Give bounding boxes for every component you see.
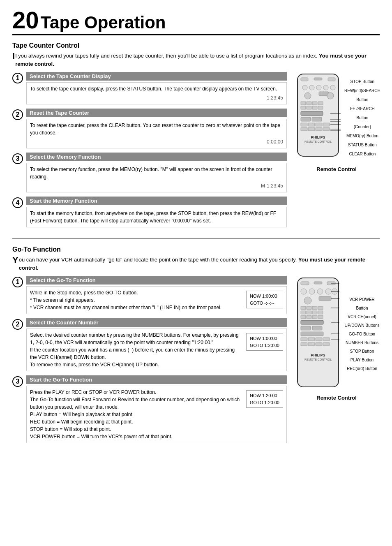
svg-rect-27 (301, 127, 307, 131)
svg-point-6 (316, 85, 321, 90)
page-number: 20 (12, 8, 39, 32)
step-3: 3 Select the Memory Function To select t… (12, 153, 287, 192)
section-divider (12, 238, 380, 238)
step-1-text: To select the tape counter display, pres… (30, 86, 277, 92)
tape-counter-section: Tape Counter Control If you always rewin… (12, 42, 380, 231)
goto-title: Go-To Function (12, 246, 380, 253)
svg-rect-25 (316, 123, 322, 126)
step-1: 1 Select the Tape Counter Display To sel… (12, 72, 287, 104)
svg-rect-57 (318, 311, 323, 314)
step-4-content: Start the Memory Function To start the m… (26, 197, 287, 227)
goto-display-2-line2: GOTO 1:20:00 (250, 342, 279, 349)
svg-text:REMOTE CONTROL: REMOTE CONTROL (304, 140, 332, 143)
remote-annotations-2: VCR POWER Button VCR CH(annel) UP/DOWN B… (344, 295, 380, 373)
goto-display-2-line1: NOW 1:00:00 (250, 335, 279, 342)
svg-rect-17 (307, 106, 311, 109)
svg-rect-42 (314, 282, 322, 284)
svg-rect-23 (301, 123, 307, 126)
svg-rect-26 (323, 123, 330, 126)
svg-rect-71 (308, 342, 315, 346)
svg-rect-53 (318, 306, 323, 310)
svg-point-4 (302, 85, 307, 90)
step-number-1: 1 (12, 73, 23, 83)
page-title: 20 Tape Operation (12, 8, 380, 35)
goto-step-2-body: Select the desired counter number by pre… (26, 329, 287, 371)
svg-rect-67 (308, 338, 315, 341)
svg-rect-30 (323, 127, 330, 131)
page-title-text: Tape Operation (41, 13, 166, 32)
remote-svg-1: PHILIPS REMOTE CONTROL (293, 72, 343, 164)
step-4: 4 Start the Memory Function To start the… (12, 197, 287, 227)
svg-rect-28 (308, 127, 315, 131)
svg-rect-63 (301, 326, 311, 330)
svg-text:REMOTE CONTROL: REMOTE CONTROL (304, 358, 332, 361)
goto-step-1: 1 Select the Go-To Function While in the… (12, 276, 287, 314)
remote-svg-2: PHILIPS REMOTE CONTROL (293, 276, 343, 392)
goto-step-2-content: Select the Counter Number Select the des… (26, 318, 287, 371)
goto-section: Go-To Function You can have your VCR aut… (12, 246, 380, 447)
goto-step-3: 3 Start the Go-To Function Press the PLA… (12, 375, 287, 443)
svg-rect-12 (301, 102, 306, 105)
step-3-display: M-1:23:45 (30, 182, 283, 190)
svg-rect-60 (312, 315, 317, 319)
step-number-4: 4 (12, 197, 23, 208)
svg-point-44 (309, 289, 315, 294)
goto-display-1-line2: GOTO -:--:-- (250, 300, 279, 307)
svg-point-45 (317, 289, 323, 294)
svg-rect-22 (312, 117, 322, 121)
goto-step-2: 2 Select the Counter Number Select the d… (12, 318, 287, 371)
goto-step-3-content: Start the Go-To Function Press the PLAY … (26, 375, 287, 443)
step-3-body: To select the memory function, press the… (26, 163, 287, 192)
goto-step-1-body-inner: While in the Stop mode, press the GO-TO … (30, 289, 283, 311)
goto-step-2-body-inner: Select the desired counter number by pre… (30, 331, 283, 368)
svg-rect-70 (301, 342, 307, 346)
svg-rect-40 (301, 282, 309, 285)
annotation-status: STATUS Button (344, 141, 380, 150)
step-1-header: Select the Tape Counter Display (26, 72, 287, 81)
tape-counter-intro: If you always rewind your tapes fully an… (12, 52, 380, 68)
svg-text:PHILIPS: PHILIPS (311, 135, 325, 139)
svg-rect-18 (312, 106, 317, 109)
step-1-content: Select the Tape Counter Display To selec… (26, 72, 287, 104)
svg-rect-14 (312, 102, 317, 105)
intro-text-body: f you always rewind your tapes fully and… (15, 53, 317, 59)
goto-display-3-line2: GOTO 1:20:00 (250, 399, 279, 406)
svg-rect-68 (316, 338, 322, 341)
remote-label-1: Remote Control (293, 166, 380, 172)
svg-rect-16 (301, 106, 306, 109)
svg-rect-20 (301, 111, 323, 116)
goto-step-1-header: Select the Go-To Function (26, 276, 287, 285)
annotation-ff: FF /SEARCH Button (344, 104, 380, 123)
goto-step-1-display: NOW 1:00:00 GOTO -:--:-- (246, 291, 283, 308)
svg-rect-56 (312, 311, 317, 314)
step-4-header: Start the Memory Function (26, 197, 287, 205)
remote-annotations-1: STOP Button REW(ind)/SEARCH Button FF /S… (344, 77, 380, 159)
svg-point-43 (301, 289, 307, 294)
svg-rect-73 (323, 342, 330, 346)
goto-step-number-1: 1 (12, 277, 23, 287)
step-2-content: Reset the Tape Counter To reset the tape… (26, 109, 287, 148)
step-2: 2 Reset the Tape Counter To reset the ta… (12, 109, 287, 148)
step-4-text: To start the memory function, from anywh… (30, 211, 276, 224)
svg-rect-65 (301, 332, 323, 336)
drop-cap-y: Y (12, 256, 18, 265)
goto-step-1-content: Select the Go-To Function While in the S… (26, 276, 287, 314)
step-number-2: 2 (12, 109, 23, 120)
goto-steps: 1 Select the Go-To Function While in the… (12, 276, 287, 447)
annotation-memo: (Counter) MEMO(ry) Button (344, 123, 380, 141)
svg-rect-61 (318, 315, 323, 319)
tape-counter-title: Tape Counter Control (12, 42, 380, 49)
svg-rect-24 (308, 123, 315, 126)
step-2-text: To reset the tape counter, press the CLE… (30, 123, 280, 136)
tape-counter-steps: 1 Select the Tape Counter Display To sel… (12, 72, 287, 231)
goto-step-number-3: 3 (12, 376, 23, 387)
step-2-display: 0:00:00 (30, 138, 283, 146)
svg-rect-19 (318, 106, 323, 109)
svg-rect-69 (323, 338, 330, 341)
svg-point-10 (304, 93, 311, 99)
goto-step-3-body-text: Press the PLAY or REC or STOP or VCR POW… (30, 389, 240, 440)
goto-display-3-line1: NOW 1:20:00 (250, 392, 279, 399)
goto-step-2-text: Select the desired counter number by pre… (30, 331, 243, 368)
svg-rect-29 (316, 127, 322, 131)
goto-layout: 1 Select the Go-To Function While in the… (12, 276, 380, 447)
